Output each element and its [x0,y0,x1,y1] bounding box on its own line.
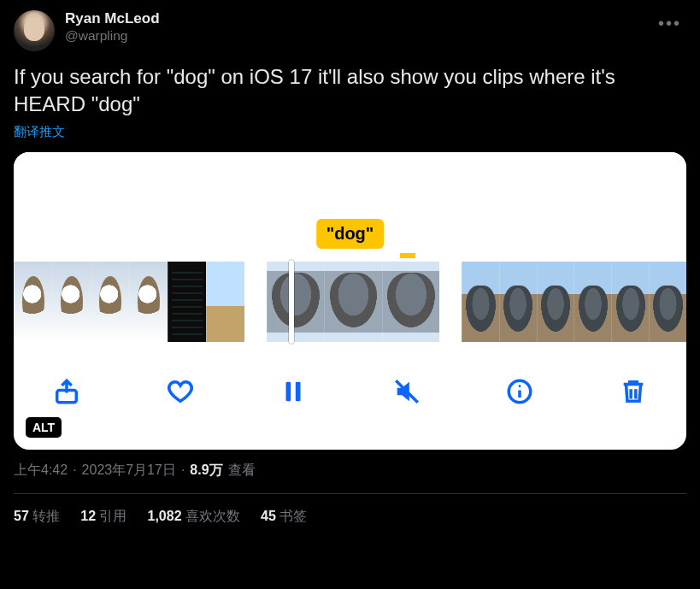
bookmarks-stat[interactable]: 45 书签 [261,508,307,526]
more-icon[interactable]: ••• [653,10,686,37]
video-frame [324,262,381,342]
svg-rect-2 [296,381,301,401]
pause-icon[interactable] [276,374,310,409]
heart-icon[interactable] [163,374,197,409]
playhead-indicator[interactable] [289,260,294,344]
user-block[interactable]: Ryan McLeod @warpling [65,10,160,44]
share-icon[interactable] [50,374,84,409]
mute-icon[interactable] [390,374,424,409]
views-count: 8.9万 [190,462,222,480]
video-frame [267,262,324,342]
clip-group-2[interactable] [267,262,439,342]
video-filmstrip[interactable] [14,262,686,342]
video-frame [14,262,52,342]
media-toolbar [14,362,686,421]
trash-icon[interactable] [616,374,650,409]
retweets-stat[interactable]: 57 转推 [14,508,60,526]
views-label: 查看 [228,462,256,480]
media-whitespace: "dog" [14,152,686,258]
caption-marker [400,253,415,258]
video-frame [499,262,537,342]
translate-link[interactable]: 翻译推文 [14,124,686,140]
video-frame [91,262,129,342]
timestamp[interactable]: 上午4:42 [14,462,68,480]
video-frame [611,262,649,342]
video-frame [52,262,91,342]
video-frame [462,262,499,342]
display-name: Ryan McLeod [65,10,160,27]
svg-point-6 [519,385,521,387]
tweet-text: If you search for "dog" on iOS 17 it'll … [14,63,686,119]
info-icon[interactable] [503,374,537,409]
tweet-header: Ryan McLeod @warpling ••• [14,10,686,51]
alt-badge[interactable]: ALT [26,417,62,438]
quotes-stat[interactable]: 12 引用 [80,508,126,526]
date[interactable]: 2023年7月17日 [82,462,176,480]
meta-separator: · [73,462,76,478]
media-card[interactable]: "dog" [14,152,686,450]
video-frame [129,262,168,342]
meta-separator: · [181,462,185,478]
video-frame [206,262,244,342]
video-frame [537,262,574,342]
video-frame [168,262,206,342]
user-handle: @warpling [65,28,160,44]
clip-group-1[interactable] [14,262,244,342]
video-frame [649,262,686,342]
svg-rect-1 [286,381,291,401]
avatar[interactable] [14,10,55,51]
clip-group-3[interactable] [462,262,686,342]
tweet-stats: 57 转推 12 引用 1,082 喜欢次数 45 书签 [14,494,686,526]
tweet-container: Ryan McLeod @warpling ••• If you search … [0,0,700,536]
tweet-meta: 上午4:42 · 2023年7月17日 · 8.9万 查看 [14,462,686,480]
video-frame [574,262,611,342]
video-frame [382,262,439,342]
search-term-badge: "dog" [316,219,385,249]
likes-stat[interactable]: 1,082 喜欢次数 [148,508,241,526]
